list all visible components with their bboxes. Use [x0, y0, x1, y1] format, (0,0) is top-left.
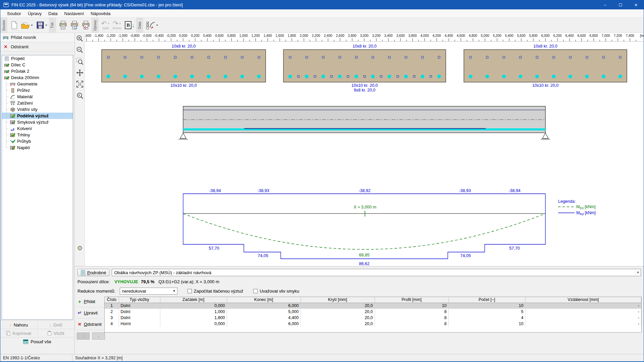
tree-item-kotven-[interactable]: Kotvení	[2, 125, 73, 132]
tree-item-vnit-n-s-ly[interactable]: Vnitřní síly	[2, 106, 73, 113]
view-toolstrip	[75, 33, 85, 266]
close-icon[interactable]: ✕	[628, 0, 644, 9]
shear-influence-checkbox[interactable]	[253, 289, 258, 293]
table-cell: -	[525, 309, 641, 315]
tree-item-pod-ln-v-ztu-[interactable]: Podélná výztuž	[2, 113, 73, 119]
gear-icon[interactable]: ⚙	[76, 244, 84, 252]
ruler-label: 7,400	[626, 34, 634, 38]
edit-row-button[interactable]: ↵Upravit	[77, 309, 98, 316]
move-up-button[interactable]: ↑Nahoru	[0, 321, 37, 329]
tree-item-d-lec-c[interactable]: Dílec C	[2, 62, 73, 68]
menu-úpravy[interactable]: Úpravy	[24, 10, 45, 17]
ruler-label: 2,800	[348, 34, 356, 38]
print-preview-button[interactable]	[69, 18, 80, 32]
tree-item-pr-ez[interactable]: Průřez	[2, 87, 73, 94]
tree-item-deska-200mm[interactable]: Deska 200mm	[2, 74, 73, 81]
tree-item-trhliny[interactable]: Trhliny	[2, 132, 73, 138]
reduction-select[interactable]: neredukovat ▼	[120, 288, 177, 295]
tree-item-pr-vlak-2[interactable]: Průvlak 2	[2, 68, 73, 74]
member-check-icon	[4, 75, 9, 80]
paste-button[interactable]: Vložit	[37, 329, 74, 337]
tree-item-label: Dílec C	[11, 62, 25, 67]
chevron-down-icon[interactable]: ▼	[156, 24, 158, 27]
table-row[interactable]: 1Dolní0,0006,00020,01010-	[105, 303, 641, 309]
undo-label: Zpět	[102, 26, 109, 30]
move-down-button[interactable]: ↓Dolů	[37, 321, 74, 329]
check-all-label: Posuď vše	[31, 339, 51, 344]
moment-legend: Legenda: MEd [kNm] MRd [kNm]	[558, 199, 596, 216]
print-button[interactable]	[58, 18, 68, 32]
bottom-bars-label: 10x10 kr. 20,0	[170, 83, 197, 88]
load-case-combo[interactable]: Obálka návrhových ZP (MSÚ) - základní ná…	[112, 269, 641, 276]
add-row-button[interactable]: +Přidat	[77, 298, 95, 305]
table-row[interactable]: 2Dolní1,0005,00020,085-	[105, 309, 641, 315]
row-up-button[interactable]: ↑	[77, 333, 90, 340]
title-bar: FIN EC 2025 - Betonový výsek (64 bit) [F…	[0, 0, 644, 9]
menu-nastavení[interactable]: Nastavení	[61, 10, 88, 17]
ruler-label: 0,200	[191, 34, 199, 38]
table-cell: Horní	[119, 321, 160, 327]
table-cell: 4	[448, 315, 525, 321]
ruler-label: 0,400	[203, 34, 211, 38]
up-arrow-icon: ↑	[82, 334, 85, 339]
zoom-fit-icon[interactable]	[75, 80, 84, 88]
undo-button[interactable]: ↶▼Zpět	[101, 18, 110, 33]
delete-row-button[interactable]: ✕Odstranit	[77, 320, 102, 328]
results-list-button[interactable]: ▼	[145, 18, 159, 32]
table-cell: 0,000	[160, 303, 227, 309]
tree-item-zat-en-[interactable]: Zatížení	[2, 100, 73, 106]
table-cell: 4,400	[227, 315, 301, 321]
table-cell: 5	[448, 309, 525, 315]
tree-item-pr-hyb[interactable]: Průhyb	[2, 138, 73, 144]
tree-item-materi-l[interactable]: Materiál	[2, 94, 73, 100]
tree-item-smykov-v-ztu-[interactable]: Smyková výztuž	[2, 119, 73, 125]
chevron-down-icon[interactable]: ▼	[635, 269, 641, 276]
status-bar: EN 1992-1-1/Česko Souřadnice X = 3,292 […	[0, 354, 644, 361]
save-button[interactable]: ▼	[35, 18, 49, 32]
menu-data[interactable]: Data	[45, 10, 61, 17]
longitudinal-reinforcement-icon	[10, 114, 15, 118]
open-folder-button[interactable]: ▼	[20, 18, 34, 32]
pan-icon[interactable]	[75, 68, 84, 77]
reinforcement-table[interactable]: ČísloTyp vložkyZačátek [m]Konec [m]Krytí…	[104, 297, 642, 333]
ruler-label: 6,400	[565, 34, 574, 38]
chevron-down-icon[interactable]: ▼	[119, 22, 121, 25]
check-all-button[interactable]: Posuď vše	[0, 338, 74, 346]
redo-button[interactable]: ↷▼Znovu	[113, 18, 121, 33]
tree-item-nap-t-[interactable]: Napětí	[2, 144, 73, 151]
assessment-label: Posouzení dílce:	[77, 279, 110, 284]
app-icon	[3, 3, 9, 7]
shear-reinforcement-icon	[10, 120, 15, 125]
menu-nápověda[interactable]: Nápověda	[87, 10, 114, 17]
remove-beam-button[interactable]: ✕ Odstranit	[0, 42, 74, 52]
menu-soubor[interactable]: Soubor	[4, 10, 24, 17]
chevron-down-icon[interactable]: ▼	[31, 24, 33, 27]
minimize-icon[interactable]: –	[597, 0, 613, 9]
table-cell: Dolní	[119, 309, 160, 315]
copy-button[interactable]: Kopírovat	[0, 329, 37, 337]
maximize-icon[interactable]: ☐	[613, 0, 628, 9]
zoom-in-icon[interactable]	[75, 34, 84, 43]
new-document-button[interactable]	[9, 18, 19, 32]
tree-item-label: Trhliny	[17, 132, 30, 137]
zoom-window-icon[interactable]	[75, 57, 84, 66]
ruler-label: -0,800	[130, 34, 140, 38]
compression-reinf-checkbox[interactable]	[187, 289, 192, 293]
table-row[interactable]: 4Horní0,0006,00020,0810-	[105, 321, 641, 327]
table-cell: 2	[105, 309, 119, 315]
add-beam-button[interactable]: Přidat nosník	[0, 33, 74, 42]
row-down-button[interactable]: ↓	[92, 333, 105, 340]
ruler-label: 3,200	[372, 34, 380, 38]
zoom-previous-icon[interactable]	[75, 91, 84, 100]
compression-reinf-checkbox-group: Započítat tlačenou výztuž	[187, 289, 243, 294]
table-row[interactable]: 3Dolní1,6004,40020,084-	[105, 315, 641, 321]
tree-item-projekt[interactable]: Projekt	[2, 55, 73, 62]
chevron-down-icon[interactable]: ▼	[107, 22, 110, 25]
tree-item-geometrie[interactable]: Geometrie	[2, 81, 73, 87]
print-export-button[interactable]	[80, 18, 91, 32]
anchorage-icon	[10, 126, 15, 131]
detail-button[interactable]: Podrobné	[77, 269, 109, 276]
report-button[interactable]: B↓	[125, 18, 135, 33]
zoom-out-icon[interactable]	[75, 46, 84, 54]
chevron-down-icon[interactable]: ▼	[45, 24, 48, 27]
